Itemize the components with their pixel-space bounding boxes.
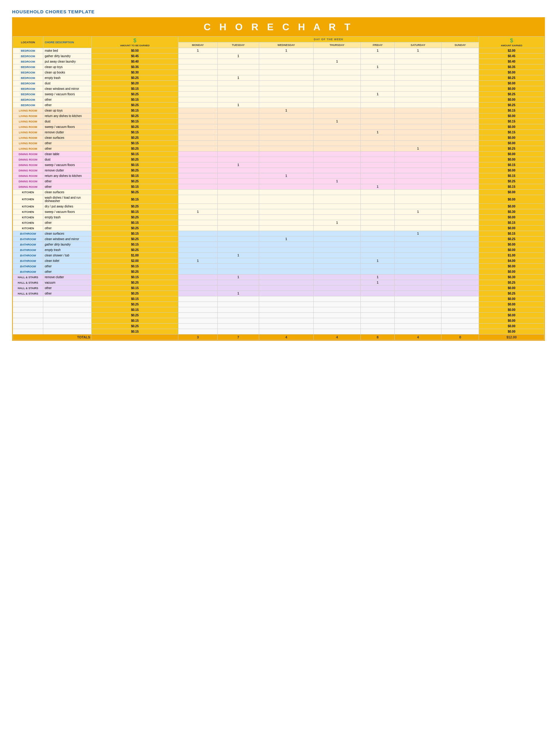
cell-sat — [394, 307, 441, 313]
cell-location — [13, 296, 43, 302]
cell-earned: $0.15 — [479, 163, 544, 168]
cell-wed — [259, 280, 313, 286]
table-row: LIVING ROOMother$0.15$0.00 — [13, 141, 544, 146]
cell-sun — [441, 307, 479, 313]
cell-tue — [217, 318, 259, 324]
cell-thu — [313, 163, 361, 168]
cell-sat: 1 — [394, 231, 441, 236]
cell-wed — [259, 97, 313, 103]
cell-wed — [259, 195, 313, 204]
cell-thu — [313, 70, 361, 75]
cell-sun — [441, 220, 479, 226]
cell-description: clean windows and mirror — [43, 86, 92, 92]
cell-sun — [441, 286, 479, 291]
cell-amount: $0.15 — [92, 220, 178, 226]
cell-amount: $0.15 — [92, 286, 178, 291]
cell-sat — [394, 135, 441, 141]
cell-location — [13, 313, 43, 318]
cell-location — [13, 307, 43, 313]
cell-thu — [313, 54, 361, 59]
cell-mon — [178, 318, 217, 324]
cell-earned: $0.00 — [479, 286, 544, 291]
cell-fri — [361, 146, 394, 151]
cell-thu: 1 — [313, 220, 361, 226]
cell-thu — [313, 86, 361, 92]
cell-sat: 1 — [394, 146, 441, 151]
cell-description: remove clutter — [43, 168, 92, 173]
cell-sun — [441, 215, 479, 220]
cell-sat — [394, 215, 441, 220]
cell-sun — [441, 151, 479, 157]
cell-sun — [441, 157, 479, 163]
cell-tue: 1 — [217, 291, 259, 296]
cell-thu — [313, 264, 361, 269]
cell-fri — [361, 324, 394, 329]
cell-earned: $0.15 — [479, 184, 544, 190]
cell-wed — [259, 329, 313, 335]
cell-description: other — [43, 291, 92, 296]
cell-description: wash dishes / load and run dishwasher — [43, 195, 92, 204]
cell-sat — [394, 324, 441, 329]
cell-earned: $0.00 — [479, 302, 544, 307]
cell-mon — [178, 75, 217, 81]
cell-tue — [217, 286, 259, 291]
cell-tue — [217, 119, 259, 124]
cell-sun — [441, 146, 479, 151]
cell-description: other — [43, 264, 92, 269]
cell-thu — [313, 307, 361, 313]
cell-location: BEDROOM — [13, 86, 43, 92]
cell-sun — [441, 130, 479, 135]
cell-location — [13, 329, 43, 335]
cell-sat — [394, 64, 441, 70]
totals-label: TOTALS — [13, 335, 92, 340]
dollar-icon-right: $ — [510, 37, 513, 43]
cell-mon — [178, 291, 217, 296]
cell-mon — [178, 236, 217, 242]
cell-description: dry / put away dishes — [43, 204, 92, 209]
cell-mon — [178, 286, 217, 291]
cell-location: BEDROOM — [13, 64, 43, 70]
cell-earned: $0.00 — [479, 269, 544, 274]
cell-tue — [217, 92, 259, 97]
cell-tue: 1 — [217, 253, 259, 258]
cell-location: BATHROOM — [13, 258, 43, 264]
cell-wed — [259, 119, 313, 124]
cell-fri — [361, 97, 394, 103]
table-row: KITCHENclean surfaces$0.25$0.00 — [13, 190, 544, 195]
cell-thu — [313, 190, 361, 195]
cell-wed — [259, 130, 313, 135]
table-row: BEDROOMempty trash$0.251$0.25 — [13, 75, 544, 81]
cell-earned: $0.00 — [479, 242, 544, 248]
cell-sun — [441, 236, 479, 242]
totals-wed: 4 — [259, 335, 313, 340]
cell-amount: $0.25 — [92, 313, 178, 318]
cell-fri — [361, 124, 394, 130]
cell-sat: 1 — [394, 48, 441, 54]
cell-description: clean windows and mirror — [43, 236, 92, 242]
cell-amount: $0.15 — [92, 209, 178, 215]
cell-wed — [259, 163, 313, 168]
cell-sat — [394, 86, 441, 92]
cell-fri — [361, 103, 394, 108]
cell-sun — [441, 313, 479, 318]
cell-amount: $0.25 — [92, 269, 178, 274]
cell-mon — [178, 242, 217, 248]
cell-mon — [178, 124, 217, 130]
cell-amount: $0.15 — [92, 163, 178, 168]
cell-mon — [178, 157, 217, 163]
table-row: BATHROOMother$0.25$0.00 — [13, 269, 544, 274]
cell-sun — [441, 324, 479, 329]
cell-location: BEDROOM — [13, 75, 43, 81]
cell-thu — [313, 195, 361, 204]
cell-description: empty trash — [43, 248, 92, 253]
cell-mon — [178, 329, 217, 335]
cell-tue — [217, 307, 259, 313]
table-row: DINING ROOMremove clutter$0.25$0.00 — [13, 168, 544, 173]
cell-fri: 1 — [361, 258, 394, 264]
cell-location: KITCHEN — [13, 190, 43, 195]
cell-mon: 1 — [178, 48, 217, 54]
location-header: LOCATION — [13, 37, 43, 48]
cell-description: other — [43, 103, 92, 108]
cell-sat — [394, 70, 441, 75]
cell-description: other — [43, 184, 92, 190]
